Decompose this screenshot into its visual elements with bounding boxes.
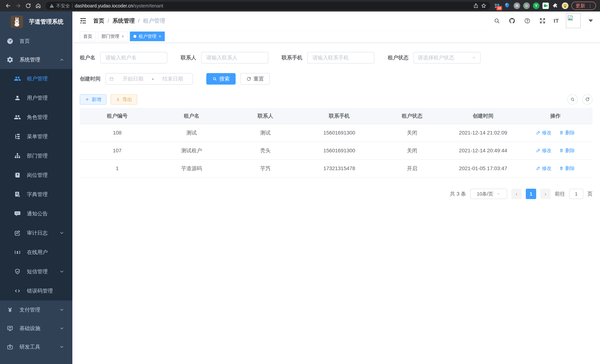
search-button[interactable]: 搜索 (206, 73, 236, 84)
start-date-placeholder[interactable]: 开始日期 (116, 75, 149, 82)
avatar[interactable] (566, 13, 581, 28)
close-icon[interactable]: × (159, 34, 161, 39)
contact-input[interactable] (201, 52, 268, 64)
extension-y-icon[interactable]: Y (533, 2, 540, 9)
close-icon[interactable]: × (122, 34, 124, 39)
cell-contact: 测试 (229, 124, 302, 142)
extensions-puzzle-icon[interactable] (552, 2, 559, 9)
security-label[interactable]: 不安全 (56, 3, 70, 9)
goto-label: 前往 (555, 190, 565, 197)
bookmark-star-icon[interactable] (481, 3, 487, 9)
delete-button[interactable]: 删除 (559, 130, 575, 136)
breadcrumb-system[interactable]: 系统管理 (112, 17, 135, 25)
end-date-placeholder[interactable]: 结束日期 (156, 75, 189, 82)
add-button[interactable]: 新增 (80, 94, 106, 105)
home-icon[interactable] (34, 2, 42, 10)
sidebar-item-menu[interactable]: 菜单管理 (0, 127, 72, 146)
extension-balloon-icon[interactable] (504, 2, 511, 9)
trash-icon (559, 166, 564, 170)
breadcrumb-current: 租户管理 (143, 17, 165, 25)
app-logo-row[interactable]: 芋道管理系统 (0, 11, 72, 32)
edit-button[interactable]: 修改 (536, 165, 552, 172)
sidebar-item-online-user[interactable]: 在线用户 (0, 243, 72, 262)
dashboard-icon (6, 37, 14, 45)
col-status: 租户状态 (376, 108, 448, 124)
profile-avatar-icon[interactable] (562, 2, 568, 9)
back-icon[interactable] (4, 2, 12, 10)
sidebar-item-notice[interactable]: 通知公告 (0, 204, 72, 223)
edit-button[interactable]: 修改 (536, 147, 552, 154)
forward-icon[interactable] (14, 2, 22, 10)
browser-update-button[interactable]: 更新 ⋮ (572, 2, 596, 10)
create-time-range-picker[interactable]: 开始日期 - 结束日期 (105, 73, 193, 84)
breadcrumb-home[interactable]: 首页 (93, 17, 104, 25)
cell-created: 2021-01-05 17:03:47 (448, 159, 518, 177)
refresh-table-button[interactable] (582, 94, 593, 105)
sidebar-item-dict[interactable]: 字典管理 (0, 185, 72, 204)
sidebar-item-error-code[interactable]: 错误码管理 (0, 281, 72, 300)
url-text[interactable]: dashboard.yudao.iocoder.cn/system/tenant (75, 3, 163, 9)
extension-blocks-icon[interactable]: 10 (494, 2, 501, 9)
sidebar-item-user[interactable]: 用户管理 (0, 88, 72, 108)
col-tenant-id: 租户编号 (80, 108, 155, 124)
header-search-icon[interactable] (493, 17, 501, 25)
reload-icon[interactable] (24, 2, 32, 10)
sidebar-item-audit-log[interactable]: 审计日志 (0, 223, 72, 243)
sidebar-item-payment[interactable]: ¥ 支付管理 (0, 300, 72, 319)
status-select[interactable]: 请选择租户状态 (413, 52, 480, 64)
sidebar-item-infra[interactable]: 基础设施 (0, 319, 72, 338)
page-size-select[interactable]: 10条/页 (470, 189, 507, 199)
message-icon (14, 210, 21, 218)
sidebar-item-dev-tools[interactable]: 研发工具 (0, 338, 72, 356)
tenant-name-input[interactable] (100, 52, 167, 64)
tab-home[interactable]: 首页 (80, 32, 96, 41)
chevron-down-icon (59, 345, 64, 349)
browser-menu-icon[interactable]: ⋮ (588, 3, 593, 9)
sidebar-item-system[interactable]: 系统管理 (0, 50, 72, 69)
create-time-label: 创建时间 (80, 75, 101, 82)
top-navbar: 首页 / 系统管理 / 租户管理 tT (72, 11, 600, 30)
chevron-down-icon[interactable] (589, 19, 593, 22)
page-number-1[interactable]: 1 (526, 189, 536, 199)
show-search-toggle-button[interactable] (567, 94, 578, 105)
menu-tree-icon (14, 133, 21, 140)
github-icon[interactable] (508, 17, 516, 25)
dict-icon (14, 191, 21, 198)
reset-button[interactable]: 重置 (240, 73, 270, 84)
cell-mobile: 15601691300 (302, 142, 376, 159)
sidebar-item-dept[interactable]: 部门管理 (0, 146, 72, 166)
app-logo (11, 16, 23, 28)
share-icon[interactable] (473, 3, 479, 9)
yen-icon: ¥ (6, 306, 14, 314)
download-icon (116, 97, 120, 102)
address-bar[interactable]: 不安全 dashboard.yudao.iocoder.cn/system/te… (46, 2, 490, 10)
sidebar-item-tenant[interactable]: 租户管理 (0, 69, 72, 88)
prev-page-button[interactable]: ‹ (511, 189, 522, 199)
users-icon (14, 113, 21, 121)
cell-tenant-name: 测试 (155, 124, 229, 142)
sidebar-item-post[interactable]: 岗位管理 (0, 166, 72, 185)
tab-tenant[interactable]: 租户管理 × (130, 32, 165, 41)
extension-camera-icon[interactable] (543, 3, 549, 9)
delete-button[interactable]: 删除 (559, 147, 575, 154)
mobile-input[interactable] (307, 52, 375, 64)
sidebar-item-home[interactable]: 首页 (0, 32, 72, 50)
extension-dot-icon[interactable] (523, 2, 530, 9)
gear-icon (6, 56, 14, 64)
shield-check-icon (14, 268, 21, 276)
next-page-button[interactable]: › (540, 189, 551, 199)
tab-dept[interactable]: 部门管理 × (98, 32, 128, 41)
fullscreen-icon[interactable] (538, 17, 547, 25)
cell-status: 关闭 (376, 142, 448, 159)
goto-page-input[interactable] (569, 189, 583, 199)
edit-button[interactable]: 修改 (536, 130, 552, 136)
sidebar-fold-icon[interactable] (79, 17, 87, 25)
extension-command-icon[interactable]: ⌘ (514, 2, 520, 9)
help-icon[interactable] (523, 17, 531, 25)
font-size-icon[interactable]: tT (554, 18, 559, 24)
delete-button[interactable]: 删除 (559, 165, 575, 172)
sidebar-item-role[interactable]: 角色管理 (0, 108, 72, 127)
sidebar-item-sms[interactable]: 短信管理 (0, 262, 72, 281)
export-button[interactable]: 导出 (111, 94, 137, 105)
chevron-up-icon (59, 57, 64, 62)
